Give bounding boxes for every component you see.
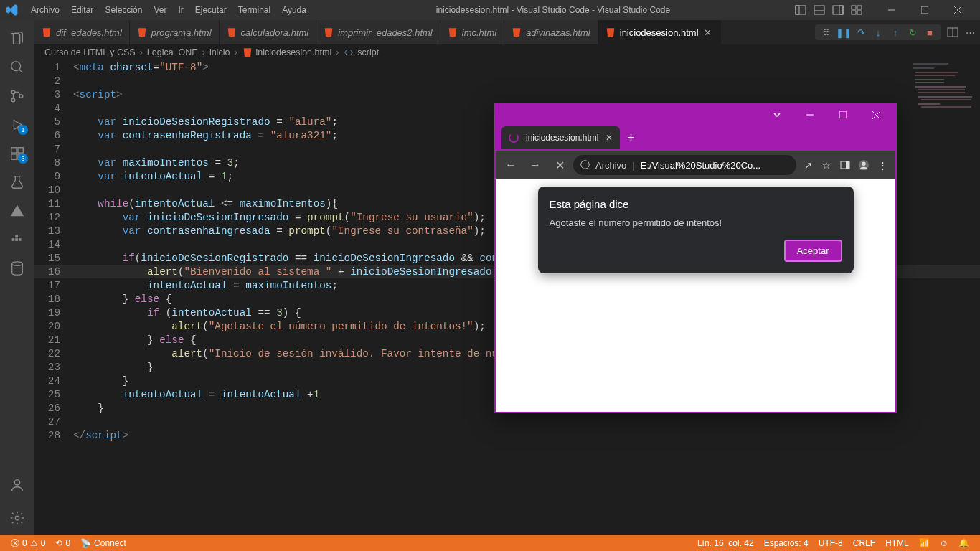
code-line[interactable]: 2 (34, 74, 980, 88)
menu-ver[interactable]: Ver (149, 5, 171, 15)
errors-warnings[interactable]: ⓧ0 ⚠0 (6, 537, 50, 550)
close-icon[interactable]: ✕ (703, 27, 713, 38)
breadcrumb-part[interactable]: inicio (209, 47, 230, 57)
run-debug-icon[interactable] (0, 110, 34, 139)
share-icon[interactable]: ↗ (802, 159, 814, 171)
panel-bottom-icon[interactable] (814, 4, 825, 16)
chevron-down-icon[interactable] (760, 105, 793, 124)
browser-tab[interactable]: iniciodesesion.html ✕ (501, 126, 620, 149)
svg-marker-36 (325, 28, 333, 37)
minimize-button[interactable] (875, 0, 908, 20)
panel-right-icon[interactable] (832, 4, 844, 16)
svg-point-18 (19, 95, 23, 98)
browser-menu-icon[interactable]: ⋮ (877, 159, 888, 171)
editor-tab[interactable]: programa.html (130, 20, 220, 44)
source-control-icon[interactable] (0, 82, 34, 110)
pause-icon[interactable]: ❚❚ (838, 27, 849, 38)
svg-point-30 (12, 262, 23, 266)
connect-button[interactable]: 📡Connect (75, 538, 131, 548)
svg-rect-1 (796, 6, 799, 14)
split-editor-icon[interactable] (947, 27, 958, 38)
menu-archivo[interactable]: Archivo (26, 5, 65, 15)
drag-handle-icon[interactable]: ⠿ (821, 27, 832, 38)
menu-editar[interactable]: Editar (66, 5, 98, 15)
explorer-icon[interactable] (0, 24, 34, 53)
step-out-icon[interactable]: ↑ (890, 27, 901, 38)
breadcrumb[interactable]: Curso de HTML y CSS› Logica_ONE› inicio›… (34, 44, 980, 60)
step-over-icon[interactable]: ↷ (855, 27, 867, 38)
feedback-icon[interactable]: ☺ (935, 538, 953, 548)
language-mode[interactable]: HTML (880, 538, 914, 548)
editor-tab[interactable]: imc.html (440, 20, 504, 44)
svg-rect-6 (852, 6, 856, 9)
line-number: 6 (34, 130, 73, 141)
back-icon[interactable]: ← (500, 159, 522, 171)
svg-rect-51 (918, 92, 965, 93)
editor-tabs: dif_edades.htmlprograma.htmlcalculadora.… (34, 20, 980, 44)
menu-seleccion[interactable]: Selección (100, 5, 147, 15)
menu-ir[interactable]: Ir (173, 5, 188, 15)
svg-rect-7 (857, 6, 862, 9)
editor-tab[interactable]: calculadora.html (220, 20, 317, 44)
stop-reload-icon[interactable]: ✕ (549, 159, 570, 172)
testing-icon[interactable] (0, 168, 34, 197)
more-actions-icon[interactable]: ⋯ (964, 27, 976, 38)
restart-icon[interactable]: ↻ (907, 27, 918, 38)
code-line[interactable]: 3<script> (34, 88, 980, 101)
go-live-icon[interactable]: 📶 (914, 538, 935, 548)
line-number: 20 (34, 321, 73, 332)
docker-icon[interactable] (0, 225, 34, 254)
breadcrumb-part[interactable]: Logica_ONE (147, 47, 198, 57)
side-panel-icon[interactable] (839, 159, 851, 171)
editor-tab[interactable]: dif_edades.html (34, 20, 130, 44)
html5-icon (227, 27, 237, 37)
new-tab-button[interactable]: + (620, 127, 641, 149)
encoding[interactable]: UTF-8 (814, 538, 848, 548)
customize-layout-icon[interactable] (851, 4, 862, 16)
search-icon[interactable] (0, 53, 34, 82)
svg-rect-11 (921, 6, 928, 14)
notifications-icon[interactable]: 🔔 (953, 538, 974, 548)
maximize-button[interactable] (908, 0, 941, 20)
panel-left-icon[interactable] (795, 4, 806, 16)
close-button[interactable] (941, 0, 974, 20)
cursor-position[interactable]: Lín. 16, col. 42 (692, 538, 759, 548)
minimap[interactable] (908, 60, 980, 204)
editor-tab[interactable]: adivinazas.html (504, 20, 598, 44)
menu-ejecutar[interactable]: Ejecutar (190, 5, 232, 15)
profile-icon[interactable] (858, 159, 870, 171)
breadcrumb-part[interactable]: Curso de HTML y CSS (44, 47, 136, 57)
code-line[interactable]: 27 (34, 415, 980, 428)
editor-tab[interactable]: imprimir_edades2.html (316, 20, 440, 44)
bookmark-icon[interactable]: ☆ (821, 159, 832, 171)
forward-icon[interactable]: → (524, 159, 546, 171)
port-forward[interactable]: ⟲0 (50, 538, 75, 548)
breadcrumb-part[interactable]: script (357, 47, 379, 57)
tab-label: programa.html (151, 27, 212, 38)
menu-ayuda[interactable]: Ayuda (277, 5, 311, 15)
settings-icon[interactable] (0, 504, 34, 532)
tab-close-icon[interactable]: ✕ (606, 133, 613, 143)
code-line[interactable]: 1<meta charset="UTF-8"> (34, 60, 980, 74)
browser-minimize-button[interactable] (793, 105, 826, 124)
editor-tab[interactable]: iniciodesesion.html✕ (598, 20, 721, 44)
code-line[interactable]: 28</script> (34, 428, 980, 442)
azure-icon[interactable] (0, 197, 34, 225)
extensions-icon[interactable] (0, 139, 34, 168)
tab-label: imprimir_edades2.html (338, 27, 433, 38)
account-icon[interactable] (0, 471, 34, 499)
database-icon[interactable] (0, 254, 34, 283)
url-bar[interactable]: ⓘ Archivo | E:/Visual%20Studio%20Co... (573, 155, 796, 175)
step-into-icon[interactable]: ↓ (872, 27, 884, 38)
breadcrumb-part[interactable]: iniciodesesion.html (256, 47, 332, 57)
browser-close-button[interactable] (859, 105, 892, 124)
browser-maximize-button[interactable] (826, 105, 859, 124)
svg-rect-48 (915, 82, 944, 83)
dialog-accept-button[interactable]: Aceptar (784, 240, 842, 262)
menu-terminal[interactable]: Terminal (233, 5, 275, 15)
tab-label: calculadora.html (241, 27, 309, 38)
stop-icon[interactable]: ■ (924, 27, 936, 38)
eol[interactable]: CRLF (848, 538, 880, 548)
line-number: 18 (34, 293, 73, 305)
indentation[interactable]: Espacios: 4 (759, 538, 814, 548)
